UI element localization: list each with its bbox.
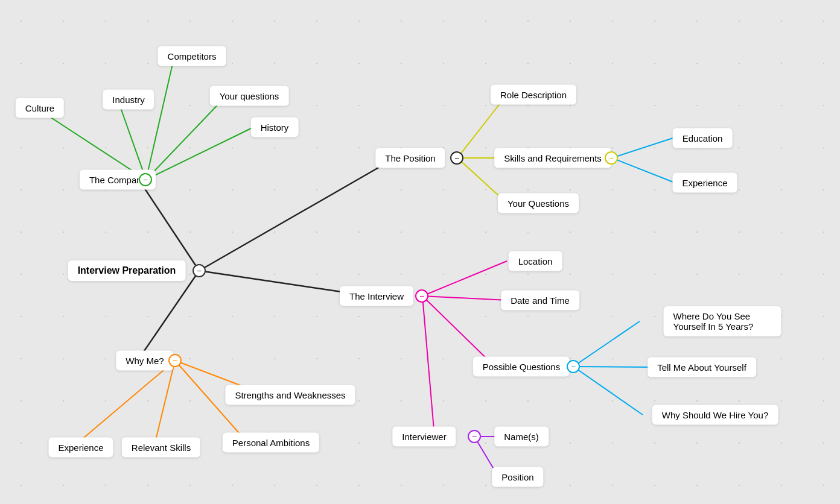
whyme-hub[interactable] — [168, 354, 182, 367]
svg-line-3 — [138, 271, 199, 361]
interview-hub[interactable] — [415, 289, 428, 303]
node-history[interactable]: History — [251, 118, 299, 137]
node-strengths-weaknesses[interactable]: Strengths and Weaknesses — [225, 385, 355, 405]
svg-line-7 — [146, 96, 226, 180]
node-role-description[interactable]: Role Description — [491, 85, 576, 105]
node-experience-whyme[interactable]: Experience — [48, 438, 113, 458]
svg-line-19 — [573, 367, 652, 367]
svg-line-5 — [118, 99, 146, 180]
node-your-questions-company[interactable]: Your questions — [210, 86, 289, 106]
node-the-interview[interactable]: The Interview — [340, 286, 413, 306]
svg-line-0 — [139, 180, 199, 271]
interviewer-hub[interactable] — [468, 430, 481, 443]
skills-hub[interactable] — [605, 151, 618, 165]
center-hub[interactable] — [192, 264, 206, 277]
node-competitors[interactable]: Competitors — [158, 46, 226, 66]
node-relevant-skills[interactable]: Relevant Skills — [122, 438, 200, 458]
position-hub[interactable] — [450, 151, 463, 165]
node-possible-questions[interactable]: Possible Questions — [473, 357, 570, 377]
node-why-me[interactable]: Why Me? — [116, 351, 173, 371]
svg-line-4 — [146, 56, 174, 180]
svg-line-23 — [72, 361, 175, 447]
node-industry[interactable]: Industry — [103, 90, 154, 110]
svg-line-16 — [422, 296, 495, 367]
node-experience-position[interactable]: Experience — [672, 173, 737, 193]
node-tell-me-about[interactable]: Tell Me About Yourself — [648, 358, 756, 377]
node-position-interviewer[interactable]: Position — [492, 467, 543, 487]
node-interviewer[interactable]: Interviewer — [392, 427, 456, 447]
node-education[interactable]: Education — [673, 128, 733, 148]
node-your-questions-position[interactable]: Your Questions — [498, 194, 579, 213]
node-date-time[interactable]: Date and Time — [501, 291, 579, 310]
svg-line-15 — [422, 296, 507, 300]
node-personal-ambitions[interactable]: Personal Ambitions — [223, 433, 319, 453]
svg-line-8 — [146, 127, 253, 180]
node-where-do-you-see[interactable]: Where Do You See Yourself In 5 Years? — [664, 306, 781, 336]
node-the-position[interactable]: The Position — [375, 148, 445, 168]
svg-line-20 — [573, 367, 643, 415]
node-why-hire[interactable]: Why Should We Hire You? — [652, 405, 778, 425]
possible-questions-hub[interactable] — [567, 360, 580, 373]
node-culture[interactable]: Culture — [16, 98, 64, 118]
node-names[interactable]: Name(s) — [494, 427, 549, 447]
svg-line-17 — [422, 296, 434, 436]
company-hub[interactable] — [139, 173, 152, 186]
svg-line-12 — [612, 138, 673, 158]
svg-line-18 — [573, 321, 640, 367]
svg-line-6 — [36, 108, 146, 180]
node-location[interactable]: Location — [509, 251, 562, 271]
node-skills-requirements[interactable]: Skills and Requirements — [494, 148, 611, 168]
svg-line-14 — [422, 261, 507, 296]
svg-line-1 — [199, 158, 395, 271]
node-interview-preparation[interactable]: Interview Preparation — [68, 260, 186, 281]
svg-line-13 — [612, 158, 675, 183]
svg-line-24 — [154, 361, 175, 447]
